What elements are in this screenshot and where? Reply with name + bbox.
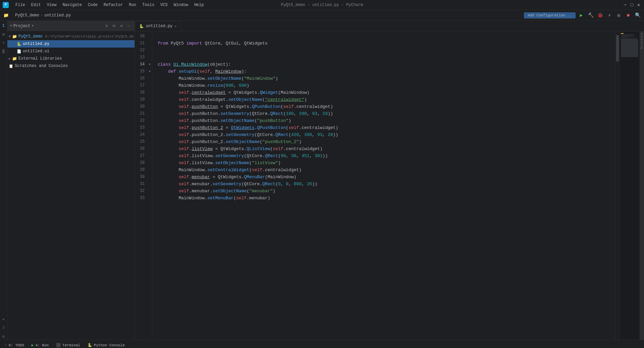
- tree-item-root[interactable]: ▼ 📁 PyQt5_demo E:\PycharmProjects\qtpy_p…: [7, 33, 135, 40]
- bottom-toolbar: ✓ 6: TODO ▶ 4: Run ⬛ Terminal 🐍 Python C…: [0, 340, 644, 348]
- project-expand-button[interactable]: ⊞: [111, 23, 117, 29]
- ln-13: 13: [135, 54, 152, 61]
- run-button[interactable]: ▶: [578, 12, 585, 19]
- search-everywhere-button[interactable]: 🔍: [634, 12, 641, 19]
- tree-item-scratches[interactable]: 📋 Scratches and Consoles: [7, 62, 135, 70]
- ext-folder-icon: 📁: [12, 56, 17, 61]
- ln-33: 33: [135, 195, 152, 202]
- tool-icon-bottom[interactable]: ⊟: [0, 333, 7, 340]
- ln-29: 29: [135, 166, 152, 173]
- tool-icon-2[interactable]: ⊞: [0, 31, 7, 38]
- terminal-label: Terminal: [62, 343, 80, 347]
- file-tree: ▼ 📁 PyQt5_demo E:\PycharmProjects\qtpy_p…: [7, 31, 135, 340]
- project-tool-icon[interactable]: 📁: [3, 12, 9, 19]
- breadcrumb-project[interactable]: PyQt5_demo: [15, 13, 39, 18]
- close-button[interactable]: ✕: [636, 2, 641, 8]
- code-line-20: self . pushButton = QtWidgets. QPushButt…: [158, 103, 615, 110]
- debug-button[interactable]: 🐞: [596, 12, 604, 19]
- python-console-tab[interactable]: 🐍 Python Console: [84, 341, 128, 348]
- tool-icon-fav[interactable]: 2: [0, 324, 7, 331]
- menu-help[interactable]: Help: [192, 2, 207, 8]
- ln-19: 19: [135, 96, 152, 103]
- tool-icon-1[interactable]: 1: [0, 22, 7, 29]
- titlebar-menus: File Edit View Navigate Code Refactor Ru…: [13, 2, 207, 8]
- menu-navigate[interactable]: Navigate: [60, 2, 85, 8]
- tool-icon-db[interactable]: 🗄: [0, 48, 7, 55]
- toolbar: 📁 PyQt5_demo › untitled.py Add Configura…: [0, 10, 644, 21]
- terminal-tab[interactable]: ⬛ Terminal: [53, 341, 84, 348]
- code-line-12: [158, 47, 615, 54]
- code-line-33: MainWindow. setMenuBar ( self .menubar): [158, 195, 615, 202]
- code-line-16: MainWindow. setObjectName ( "MainWindow"…: [158, 75, 615, 82]
- code-line-17: MainWindow. resize ( 800 , 600 ): [158, 82, 615, 89]
- scratches-label: Scratches and Consoles: [15, 64, 68, 68]
- breadcrumb-file[interactable]: untitled.py: [44, 13, 71, 18]
- code-line-10: [158, 33, 615, 40]
- code-line-32: self .menubar. setObjectName ( "menubar"…: [158, 188, 615, 195]
- todo-tab[interactable]: ✓ 6: TODO: [1, 341, 28, 348]
- tool-icon-star[interactable]: ★: [0, 316, 7, 322]
- ext-libs-label: External Libraries: [18, 56, 62, 61]
- stop-button[interactable]: ■: [625, 12, 632, 19]
- add-configuration-button[interactable]: Add Configuration...: [524, 12, 576, 18]
- toolbar-right: Add Configuration... ▶ 🔨 🐞 ⚡ ◎ ■ 🔍: [524, 12, 641, 19]
- project-settings-button[interactable]: ⚙: [118, 23, 124, 29]
- todo-icon: ✓: [5, 343, 7, 347]
- ln-17: 17: [135, 82, 152, 89]
- main-area: 1 ⊞ ⌥ 🗄 ★ 2 ⊟ ▼ Project ▼ ⊕ ⊞ ⚙ —: [0, 21, 644, 340]
- titlebar-left: P File Edit View Navigate Code Refactor …: [3, 2, 207, 8]
- menu-tools[interactable]: Tools: [140, 2, 157, 8]
- build-button[interactable]: 🔨: [587, 12, 594, 19]
- tab-py-icon: 🐍: [139, 24, 144, 28]
- maximize-button[interactable]: □: [629, 2, 635, 8]
- ln-30: 30: [135, 173, 152, 181]
- menu-code[interactable]: Code: [85, 2, 100, 8]
- code-line-31: self .menubar. setGeometry (QtCore. QRec…: [158, 181, 615, 188]
- ln-21: 21: [135, 110, 152, 117]
- todo-label: 6: TODO: [9, 343, 24, 347]
- run-tab[interactable]: ▶ 4: Run: [28, 341, 52, 348]
- tree-item-untitled-py[interactable]: 🐍 untitled.py: [7, 40, 135, 48]
- profile-button[interactable]: ⚡: [606, 12, 613, 19]
- run-tab-icon: ▶: [32, 343, 34, 347]
- vertical-scrollbar[interactable]: [615, 31, 619, 340]
- menu-window[interactable]: Window: [171, 2, 191, 8]
- menu-edit[interactable]: Edit: [29, 2, 44, 8]
- root-path: E:\PycharmProjects\qtpy_project\PyQt5_de: [45, 34, 134, 39]
- menu-vcs[interactable]: VCS: [158, 2, 170, 8]
- menu-run[interactable]: Run: [126, 2, 139, 8]
- code-line-26: self . listView = QtWidgets. QListView (…: [158, 145, 615, 152]
- menu-file[interactable]: File: [13, 2, 28, 8]
- minimize-button[interactable]: ─: [623, 2, 628, 8]
- structure-panel[interactable]: Structure: [639, 31, 644, 340]
- window-title: PyQt5_demo - untitled.py - PyCharm: [281, 3, 363, 7]
- project-title: Project: [13, 24, 30, 28]
- code-content[interactable]: from PyQt5 import QtCore, QtGui, QtWidge…: [152, 31, 615, 340]
- ln-24: 24: [135, 131, 152, 138]
- menu-view[interactable]: View: [44, 2, 59, 8]
- tool-icon-3[interactable]: ⌥: [0, 40, 7, 46]
- python-console-label: Python Console: [94, 343, 125, 347]
- ui-file-icon: 📄: [17, 49, 21, 54]
- tree-item-untitled-ui[interactable]: 📄 untitled.ui: [7, 48, 135, 55]
- code-area: 10 11 12 13 14▼ 15▼ 16 17 18 19 20 21 22…: [135, 31, 644, 340]
- ln-11: 11: [135, 40, 152, 47]
- code-line-15: def setupUi ( self , MainWindow ):: [158, 68, 615, 75]
- project-hide-button[interactable]: —: [126, 23, 132, 29]
- menu-refactor[interactable]: Refactor: [101, 2, 126, 8]
- coverage-button[interactable]: ◎: [615, 12, 623, 19]
- ln-12: 12: [135, 47, 152, 54]
- code-line-28: self .listView. setObjectName ( "listVie…: [158, 159, 615, 166]
- code-line-25: self .pushButton_2. setObjectName ( "pus…: [158, 138, 615, 145]
- project-locate-button[interactable]: ⊕: [104, 23, 110, 29]
- scratches-icon: 📋: [9, 64, 13, 68]
- project-dropdown-icon: ▼: [10, 24, 12, 28]
- code-line-19: self .centralwidget. setObjectName ( "ce…: [158, 96, 615, 103]
- root-arrow-icon: ▼: [9, 35, 11, 39]
- tab-untitled-py[interactable]: 🐍 untitled.py ✕: [135, 21, 181, 31]
- tab-close-button[interactable]: ✕: [174, 24, 177, 28]
- tree-item-external-libs[interactable]: ▶ 📁 External Libraries: [7, 55, 135, 62]
- ln-27: 27: [135, 152, 152, 159]
- ln-31: 31: [135, 181, 152, 188]
- python-console-icon: 🐍: [88, 343, 92, 347]
